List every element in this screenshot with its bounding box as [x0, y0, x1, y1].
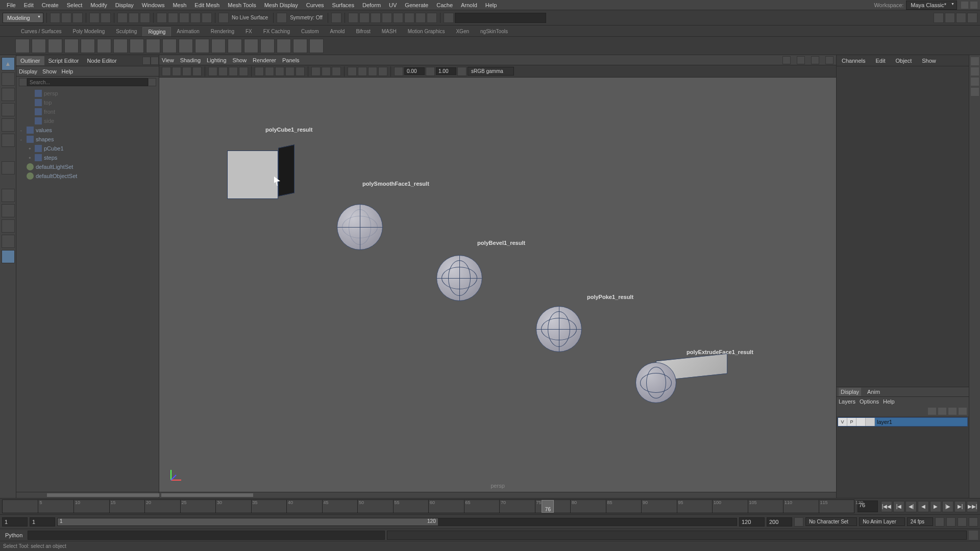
vp-bookmark2-icon[interactable]	[182, 67, 191, 76]
mesh-object[interactable]	[635, 357, 727, 403]
mesh-object[interactable]	[536, 306, 582, 352]
shelf-tab-custom[interactable]: Custom	[296, 27, 324, 36]
range-handle[interactable]: 1 120	[58, 518, 438, 525]
cb-channels-menu[interactable]: Channels	[839, 57, 868, 65]
workspace-save-icon[interactable]	[970, 2, 977, 9]
vp-xray-icon[interactable]	[322, 67, 331, 76]
render-view-icon[interactable]	[393, 13, 403, 23]
menu-display[interactable]: Display	[111, 1, 138, 9]
vp-gatemask-icon[interactable]	[239, 67, 248, 76]
shelf-constraint3-icon[interactable]	[244, 39, 258, 53]
shelf-detach-icon[interactable]	[81, 39, 95, 53]
vp-gear-icon[interactable]	[782, 56, 791, 64]
layers-help-menu[interactable]: Help	[883, 398, 895, 405]
select-tool-icon[interactable]: ▲	[2, 57, 15, 70]
vp-lock-cam-icon[interactable]	[172, 67, 181, 76]
viewport-3d[interactable]: persp polyCube1_resultpolySmoothFace1_re…	[159, 78, 836, 492]
menu-set-selector[interactable]: Modeling	[3, 13, 43, 23]
vp-image-icon[interactable]	[825, 56, 834, 64]
shelf-tab-mash[interactable]: MASH	[376, 27, 402, 36]
outliner-item-side[interactable]: side	[16, 116, 159, 126]
tab-outliner[interactable]: Outliner	[16, 56, 44, 65]
cb-object-menu[interactable]: Object	[892, 57, 915, 65]
timeline-current-marker[interactable]: 76	[542, 500, 554, 513]
open-scene-icon[interactable]	[61, 13, 71, 23]
vp-renderer-menu[interactable]: Renderer	[253, 57, 276, 63]
menu-uv[interactable]: UV	[385, 1, 401, 9]
toggle-channelbox-icon[interactable]	[971, 78, 979, 86]
shelf-tab-rigging[interactable]: Rigging	[142, 27, 171, 36]
search-filter-icon[interactable]	[19, 78, 27, 86]
rotate-tool-icon[interactable]	[2, 103, 15, 116]
menu-editmesh[interactable]: Edit Mesh	[190, 1, 224, 9]
go-start-icon[interactable]: |◀◀	[881, 501, 892, 512]
shelf-constraint4-icon[interactable]	[260, 39, 275, 53]
toggle-modeling-icon[interactable]	[971, 88, 979, 96]
anim-layer-dropdown[interactable]: No Anim Layer	[859, 517, 905, 526]
vp-panels-menu[interactable]: Panels	[282, 57, 300, 63]
menu-select[interactable]: Select	[63, 1, 87, 9]
menu-modify[interactable]: Modify	[86, 1, 111, 9]
paint-select-icon[interactable]	[140, 13, 150, 23]
viewport-scrollbar[interactable]	[159, 492, 836, 498]
shelf-bind-icon[interactable]	[64, 39, 79, 53]
vp-view-menu[interactable]: View	[162, 57, 174, 63]
vp-gamma-icon[interactable]	[426, 67, 435, 76]
layers-menu[interactable]: Layers	[839, 398, 855, 405]
shelf-tab-fxcache[interactable]: FX Caching	[258, 27, 296, 36]
layertab-anim[interactable]: Anim	[865, 388, 882, 396]
vp-show-menu[interactable]: Show	[233, 57, 247, 63]
tab-prev-icon[interactable]	[142, 57, 151, 65]
menu-curves[interactable]: Curves	[302, 1, 328, 9]
tab-scripteditor[interactable]: Script Editor	[44, 56, 83, 65]
go-end-icon[interactable]: ▶▶|	[967, 501, 978, 512]
character-set-dropdown[interactable]: No Character Set	[805, 517, 857, 526]
loop-icon[interactable]	[935, 517, 944, 527]
quick-input[interactable]	[455, 13, 546, 23]
vp-imageplane-icon[interactable]	[192, 67, 202, 76]
outliner-item-shapes[interactable]: -shapes	[16, 135, 159, 144]
move-tool-icon[interactable]	[2, 88, 15, 101]
play-forward-icon[interactable]: ▶	[930, 501, 941, 512]
shelf-quickrig-icon[interactable]	[309, 39, 324, 53]
range-start-inner[interactable]: 1	[30, 517, 55, 527]
shelf-lattice-icon[interactable]	[130, 39, 144, 53]
range-start-outer[interactable]: 1	[2, 517, 28, 527]
mesh-object[interactable]	[337, 204, 383, 250]
vp-exposure-value[interactable]: 0.00	[404, 67, 425, 75]
vp-select-cam-icon[interactable]	[162, 67, 171, 76]
script-editor-icon[interactable]	[969, 531, 978, 540]
snap-grid-icon[interactable]	[157, 13, 167, 23]
new-scene-icon[interactable]	[50, 13, 60, 23]
autokey-icon[interactable]	[946, 517, 955, 527]
shelf-constraint2-icon[interactable]	[228, 39, 242, 53]
mesh-object[interactable]	[227, 148, 293, 199]
shelf-tab-xgen[interactable]: XGen	[450, 27, 475, 36]
cb-edit-menu[interactable]: Edit	[872, 57, 888, 65]
snap-point-icon[interactable]	[179, 13, 189, 23]
range-end-outer[interactable]: 200	[767, 517, 792, 527]
prefs-icon[interactable]	[969, 517, 978, 527]
shelf-mirror-icon[interactable]	[113, 39, 128, 53]
cb-show-menu[interactable]: Show	[919, 57, 939, 65]
time-slider-track[interactable]: 5101520253035404550556065707580859095100…	[2, 499, 854, 513]
outliner-item-persp[interactable]: persp	[16, 89, 159, 98]
layer-new-empty-icon[interactable]	[948, 408, 957, 415]
render-icon[interactable]	[348, 13, 358, 23]
ipr-icon[interactable]	[359, 13, 370, 23]
toggle-modeling-icon[interactable]	[934, 13, 944, 23]
menu-generate[interactable]: Generate	[401, 1, 432, 9]
layertab-display[interactable]: Display	[839, 388, 861, 396]
step-back-key-icon[interactable]: |◀	[893, 501, 904, 512]
menu-deform[interactable]: Deform	[358, 1, 385, 9]
vp-dof-icon[interactable]	[378, 67, 387, 76]
menu-mesh[interactable]: Mesh	[168, 1, 190, 9]
pause-icon[interactable]	[427, 13, 437, 23]
tab-nodeeditor[interactable]: Node Editor	[83, 56, 120, 65]
outliner-search-input[interactable]	[27, 78, 148, 86]
menu-surfaces[interactable]: Surfaces	[328, 1, 358, 9]
layer-movedown-icon[interactable]	[938, 408, 946, 415]
tab-next-icon[interactable]	[151, 57, 159, 65]
shelf-cluster-icon[interactable]	[146, 39, 160, 53]
vp-bookmark-icon[interactable]	[797, 56, 805, 64]
